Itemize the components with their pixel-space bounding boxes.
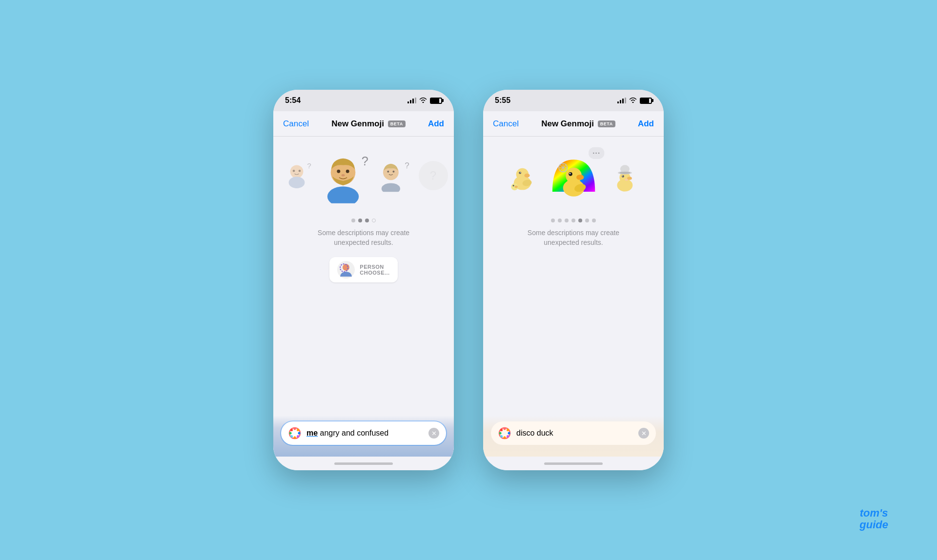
- svg-point-33: [514, 185, 517, 188]
- r-dot-5: [585, 219, 589, 222]
- svg-point-4: [327, 186, 358, 203]
- phone-right: 5:55: [483, 90, 664, 470]
- person-chooser[interactable]: PERSON CHOOSE...: [329, 257, 397, 282]
- status-time-left: 5:54: [285, 96, 301, 105]
- dot-3: [372, 219, 376, 222]
- nav-title-left: New Genmoji BETA: [331, 119, 406, 129]
- svg-point-54: [504, 437, 506, 439]
- wifi-icon-left: [419, 97, 427, 104]
- svg-point-32: [512, 185, 514, 186]
- status-bar-left: 5:54: [273, 90, 454, 111]
- input-highlight: me: [306, 429, 318, 437]
- person-avatar-icon: [337, 261, 355, 279]
- phone-left: 5:54: [273, 90, 454, 470]
- r-dot-4: [578, 219, 582, 222]
- home-indicator-left: [273, 457, 454, 470]
- loading-dots: ···: [589, 147, 604, 159]
- carousel-item-duck-hat: [608, 161, 641, 195]
- disco-duck-emoji: [547, 151, 600, 204]
- nav-title-text-left: New Genmoji: [331, 119, 384, 129]
- status-icons-left: [407, 97, 442, 104]
- input-text-right: disco duck: [516, 429, 633, 438]
- emoji-carousel-right: ···: [483, 137, 664, 215]
- person-emoji-2: [375, 160, 407, 192]
- input-area-right: disco duck ✕: [483, 416, 664, 457]
- genmoji-icon-right: [498, 426, 511, 440]
- svg-point-58: [507, 429, 509, 431]
- svg-point-38: [569, 173, 570, 174]
- watermark-line1: tom's: [859, 507, 888, 519]
- person-choose: CHOOSE...: [360, 270, 389, 276]
- content-left: ?: [273, 137, 454, 457]
- dot-2: [365, 219, 369, 222]
- carousel-item-duck-0: [506, 161, 539, 195]
- person-emoji-1: [318, 153, 368, 203]
- signal-icon-right: [617, 98, 626, 103]
- input-text-left: me angry and confused: [306, 429, 424, 438]
- r-dot-3: [571, 219, 575, 222]
- svg-point-29: [520, 172, 521, 173]
- svg-point-19: [289, 432, 292, 435]
- carousel-item-1: ?: [318, 153, 368, 203]
- phones-container: 5:54: [273, 90, 664, 470]
- svg-point-23: [290, 435, 293, 438]
- svg-point-57: [500, 429, 503, 431]
- nav-title-text-right: New Genmoji: [541, 119, 594, 129]
- input-field-left[interactable]: me angry and confused ✕: [281, 421, 446, 445]
- signal-icon-left: [407, 98, 416, 103]
- r-dot-1: [558, 219, 562, 222]
- battery-icon-left: [430, 98, 442, 104]
- cancel-button-left[interactable]: Cancel: [283, 119, 309, 129]
- nav-title-right: New Genmoji BETA: [541, 119, 615, 129]
- svg-point-60: [507, 435, 509, 438]
- r-dot-0: [551, 219, 555, 222]
- status-time-right: 5:55: [495, 96, 510, 105]
- svg-point-17: [294, 428, 296, 430]
- input-clear-right[interactable]: ✕: [638, 428, 649, 439]
- carousel-item-3: ?: [419, 161, 448, 195]
- beta-badge-left: BETA: [388, 120, 406, 127]
- carousel-wrapper-right: ···: [483, 154, 664, 202]
- emoji-carousel-left: ?: [273, 137, 454, 215]
- description-left: Some descriptions may createunexpected r…: [298, 228, 429, 247]
- input-field-right[interactable]: disco duck ✕: [491, 421, 656, 445]
- input-clear-left[interactable]: ✕: [428, 428, 439, 439]
- status-bar-right: 5:55: [483, 90, 664, 111]
- watermark-line2: guide: [859, 519, 888, 531]
- cancel-button-right[interactable]: Cancel: [493, 119, 519, 129]
- svg-point-36: [576, 174, 583, 180]
- svg-point-27: [524, 173, 530, 177]
- add-button-right[interactable]: Add: [638, 119, 654, 129]
- carousel-item-0: ?: [282, 161, 311, 195]
- beta-badge-right: BETA: [598, 120, 615, 127]
- carousel-item-2: ?: [375, 160, 408, 196]
- svg-point-1: [288, 177, 305, 188]
- input-rest: angry and confused: [318, 429, 388, 437]
- input-area-left: me angry and confused ✕: [273, 416, 454, 457]
- svg-point-37: [569, 172, 572, 176]
- add-button-left[interactable]: Add: [428, 119, 444, 129]
- svg-point-50: [622, 175, 623, 176]
- svg-point-56: [508, 432, 510, 435]
- svg-point-28: [519, 171, 521, 174]
- content-right: ···: [483, 137, 664, 457]
- description-right: Some descriptions may createunexpected r…: [508, 228, 639, 247]
- page-indicators-left: [351, 219, 376, 222]
- person-label: PERSON: [360, 264, 389, 270]
- svg-point-55: [499, 432, 502, 435]
- battery-icon-right: [640, 98, 652, 104]
- svg-point-51: [625, 179, 628, 180]
- svg-point-47: [619, 171, 630, 174]
- home-bar-right: [544, 462, 603, 465]
- status-icons-right: [617, 97, 652, 104]
- svg-point-53: [504, 428, 506, 430]
- svg-point-20: [298, 432, 301, 435]
- genmoji-icon-left: [288, 426, 302, 440]
- svg-point-9: [381, 183, 400, 192]
- dot-1: [358, 219, 362, 222]
- svg-point-22: [297, 429, 299, 431]
- home-bar-left: [334, 462, 393, 465]
- dot-0: [351, 219, 355, 222]
- svg-point-48: [627, 177, 632, 180]
- svg-point-24: [297, 435, 299, 438]
